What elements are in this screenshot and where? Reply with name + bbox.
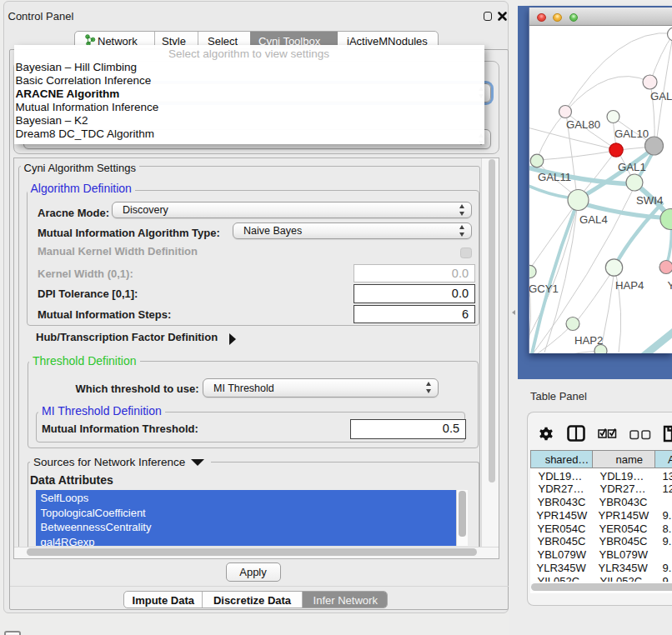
svg-text:GAL1: GAL1	[618, 161, 646, 173]
svg-text:GAL11: GAL11	[538, 171, 571, 183]
svg-text:HAP2: HAP2	[574, 334, 603, 347]
svg-text:Y: Y	[668, 279, 672, 292]
svg-text:GAL80: GAL80	[566, 118, 600, 131]
svg-text:GAL4: GAL4	[579, 213, 608, 226]
svg-text:HAP4: HAP4	[615, 279, 644, 292]
svg-text:GCY1: GCY1	[529, 282, 559, 295]
svg-text:SWI4: SWI4	[636, 194, 663, 207]
svg-text:GAL10: GAL10	[614, 128, 649, 140]
svg-text:GAL: GAL	[650, 90, 672, 102]
